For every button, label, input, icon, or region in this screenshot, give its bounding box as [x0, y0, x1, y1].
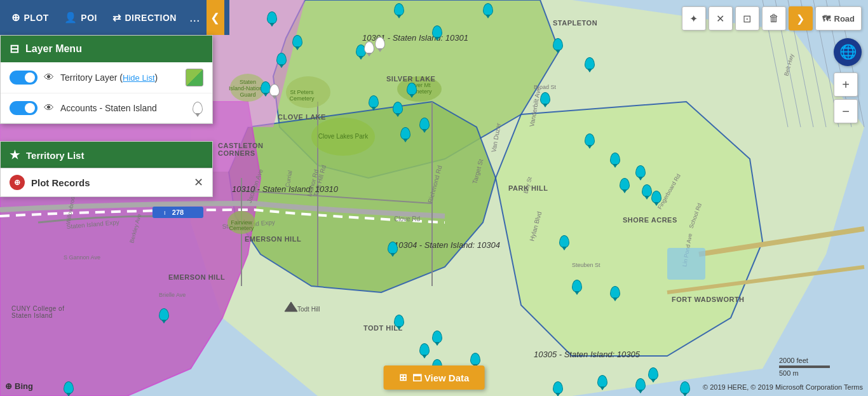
svg-text:S Gannon Ave: S Gannon Ave	[64, 254, 100, 261]
svg-text:Silver Mt: Silver Mt	[408, 82, 431, 88]
poi-label: POI	[81, 13, 97, 23]
svg-text:Broad St: Broad St	[534, 84, 557, 90]
select-icon: ⊡	[743, 13, 751, 25]
plot-records-icon: ⊕	[10, 175, 25, 190]
minus-icon: −	[842, 104, 850, 119]
svg-text:Guard: Guard	[240, 92, 255, 98]
accounts-pin-icon	[192, 100, 203, 116]
scale-label-meters: 500 m	[779, 369, 830, 377]
toolbar: ⊕ PLOT 👤 POI ⇄ DIRECTION ... ❮	[0, 0, 229, 35]
territory-list-label: Territory List	[26, 150, 84, 161]
direction-button[interactable]: ⇄ DIRECTION	[106, 8, 183, 27]
svg-text:Todt Hill: Todt Hill	[297, 306, 320, 313]
plot-icon: ⊕	[11, 11, 20, 24]
territory-list-panel: ★ Territory List	[0, 141, 213, 169]
territory-layer-map-icon	[186, 69, 203, 86]
view-data-label: 🗖 View Data	[412, 372, 470, 383]
scale-bar: 2000 feet 500 m	[779, 357, 830, 377]
svg-text:278: 278	[172, 208, 184, 216]
svg-text:St Peters: St Peters	[290, 89, 314, 95]
sparkle-tool-button[interactable]: ✦	[682, 6, 706, 31]
road-view-button[interactable]: 🗺 Road	[815, 6, 862, 31]
zoom-out-button[interactable]: −	[834, 99, 858, 123]
zoom-in-button[interactable]: +	[834, 72, 858, 97]
svg-text:Cemetery: Cemetery	[229, 225, 254, 231]
layer-menu-panel: ⊟ Layer Menu 👁 Territory Layer (Hide Lis…	[0, 35, 213, 124]
top-right-toolbar: ✦ ✕ ⊡ 🗑 ❯ 🗺 Road	[682, 6, 862, 31]
accounts-layer-toggle[interactable]	[10, 101, 37, 115]
view-data-button[interactable]: ⊞ 🗖 View Data	[384, 365, 485, 390]
svg-text:Brielle Ave: Brielle Ave	[159, 292, 186, 298]
collapse-button[interactable]: ❮	[207, 0, 224, 35]
road-label: Road	[834, 14, 855, 24]
accounts-layer-label: Accounts - Staten Island	[60, 103, 186, 113]
plot-records-label: Plot Records	[31, 177, 90, 188]
clear-tool-button[interactable]: ✕	[709, 6, 733, 31]
zoom-controls: 🌐 + −	[834, 38, 862, 123]
nav-arrow-button[interactable]: ❯	[789, 6, 813, 31]
territory-layer-toggle[interactable]	[10, 71, 37, 85]
bing-icon: ⊕	[5, 381, 12, 391]
plot-records-panel: ⊕ Plot Records ✕	[0, 168, 213, 197]
star-icon: ★	[10, 148, 20, 162]
more-button[interactable]: ...	[186, 10, 204, 25]
plot-records-header: ⊕ Plot Records ✕	[1, 168, 212, 196]
svg-text:Clove Rd: Clove Rd	[394, 215, 420, 222]
copyright-text: © 2019 HERE, © 2019 Microsoft Corporatio…	[703, 383, 863, 391]
x-icon: ✕	[716, 13, 724, 25]
svg-text:Staten: Staten	[240, 79, 256, 85]
plot-label: PLOT	[24, 13, 49, 23]
hide-list-link[interactable]: Hide List	[123, 73, 155, 83]
svg-text:I: I	[164, 210, 166, 216]
layer-menu-header: ⊟ Layer Menu	[1, 36, 212, 62]
direction-label: DIRECTION	[125, 13, 177, 23]
poi-icon: 👤	[64, 11, 78, 24]
layers-icon: ⊟	[10, 42, 19, 56]
svg-rect-50	[667, 248, 705, 280]
svg-text:Clove Lakes Park: Clove Lakes Park	[318, 133, 369, 140]
layer-menu-title: Layer Menu	[25, 43, 82, 55]
select-tool-button[interactable]: ⊡	[735, 6, 759, 31]
scale-label-feet: 2000 feet	[779, 357, 830, 364]
territory-list-header[interactable]: ★ Territory List	[1, 142, 212, 168]
poi-button[interactable]: 👤 POI	[58, 8, 104, 27]
plot-records-close-button[interactable]: ✕	[194, 175, 203, 189]
arrow-icon: ❯	[796, 13, 804, 25]
trash-icon: 🗑	[769, 13, 779, 24]
view-data-icon: ⊞	[399, 372, 407, 383]
territory-layer-item: 👁 Territory Layer (Hide List)	[1, 62, 212, 93]
territory-eye-icon[interactable]: 👁	[44, 72, 54, 83]
bing-logo: ⊕ Bing	[5, 381, 33, 391]
sparkle-icon: ✦	[689, 13, 698, 25]
plus-icon: +	[842, 78, 850, 92]
svg-text:Island-National: Island-National	[229, 85, 267, 92]
road-map-icon: 🗺	[822, 14, 831, 24]
globe-icon: 🌐	[839, 44, 857, 60]
delete-tool-button[interactable]: 🗑	[762, 6, 786, 31]
direction-icon: ⇄	[112, 11, 121, 24]
svg-text:Cemetery: Cemetery	[289, 95, 315, 102]
plot-button[interactable]: ⊕ PLOT	[5, 8, 55, 27]
accounts-eye-icon[interactable]: 👁	[44, 102, 54, 114]
svg-text:Cemetery: Cemetery	[407, 88, 432, 95]
bing-text: Bing	[15, 381, 33, 391]
territory-layer-label: Territory Layer (Hide List)	[60, 72, 179, 83]
accounts-layer-item: 👁 Accounts - Staten Island	[1, 93, 212, 123]
svg-text:Steuben St: Steuben St	[572, 262, 600, 268]
globe-button[interactable]: 🌐	[834, 38, 862, 66]
